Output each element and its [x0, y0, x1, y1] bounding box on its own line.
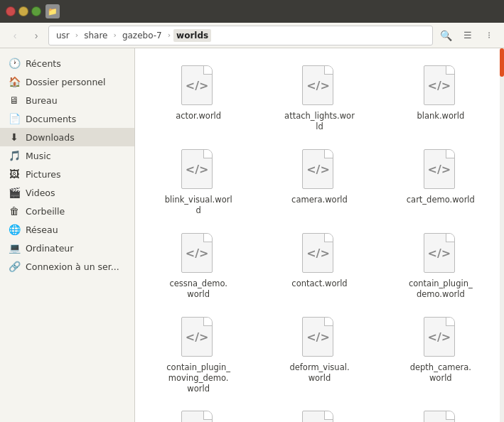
content-area: </> actor.world </> attach_lights.world …: [135, 48, 504, 422]
file-icon: </>: [181, 149, 215, 192]
sidebar-section-places: 🕐Récents🏠Dossier personnel🖥Bureau📄Docume…: [0, 54, 134, 276]
file-icon: </>: [302, 317, 336, 359]
file-icon: </>: [424, 411, 458, 422]
breadcrumb-usr[interactable]: usr: [53, 29, 73, 42]
sidebar-item-connect[interactable]: 🔗Connexion à un ser...: [0, 257, 134, 276]
file-item[interactable]: </> empty.world: [262, 405, 377, 422]
xml-icon: </>: [186, 162, 209, 175]
xml-icon: </>: [186, 246, 209, 259]
sidebar-item-recents[interactable]: 🕐Récents: [0, 54, 134, 72]
file-icon: </>: [181, 65, 215, 108]
scrollbar-thumb[interactable]: [500, 48, 504, 77]
trash-icon: 🗑: [9, 205, 20, 217]
file-label: cart_demo.world: [407, 195, 475, 205]
list-view-button[interactable]: ☰: [459, 26, 477, 45]
close-button[interactable]: [6, 6, 16, 16]
sidebar-item-desktop[interactable]: 🖥Bureau: [0, 91, 134, 109]
xml-icon: </>: [427, 162, 451, 175]
list-view-icon: ☰: [463, 30, 472, 40]
sidebar-item-label-videos: Videos: [26, 188, 55, 198]
xml-icon: </>: [306, 162, 330, 175]
file-grid: </> actor.world </> attach_lights.world …: [135, 48, 504, 422]
breadcrumb-gazebo[interactable]: gazebo-7: [119, 29, 165, 42]
file-label: contain_plugin_demo.world: [409, 278, 473, 300]
file-icon: </>: [424, 317, 458, 359]
pictures-icon: 🖼: [9, 168, 20, 180]
sidebar-item-pictures[interactable]: 🖼Pictures: [0, 165, 134, 183]
file-label: blink_visual.world: [163, 195, 234, 216]
sidebar-item-label-desktop: Bureau: [26, 95, 58, 106]
xml-icon: </>: [186, 330, 209, 343]
forward-button[interactable]: ›: [27, 26, 45, 45]
file-item[interactable]: </> contact.world: [262, 227, 377, 305]
documents-icon: 📄: [9, 113, 20, 124]
file-label: camera.world: [291, 195, 348, 205]
file-item[interactable]: </> contain_plugin_demo.world: [383, 227, 498, 305]
file-item[interactable]: </> attach_lights.world: [262, 60, 377, 138]
xml-icon: </>: [306, 246, 330, 259]
file-item[interactable]: </> empty_1_0.world: [383, 405, 498, 422]
downloads-icon: ⬇: [9, 131, 20, 143]
file-label: actor.world: [176, 111, 221, 121]
sidebar-item-downloads[interactable]: ⬇Downloads: [0, 128, 134, 146]
sidebar: 🕐Récents🏠Dossier personnel🖥Bureau📄Docume…: [0, 48, 135, 422]
file-label: depth_camera.world: [410, 362, 471, 384]
minimize-button[interactable]: [18, 6, 28, 16]
videos-icon: 🎬: [9, 187, 20, 198]
file-icon: </>: [424, 65, 458, 108]
connect-icon: 🔗: [9, 261, 20, 272]
sidebar-item-label-downloads: Downloads: [26, 132, 75, 143]
file-item[interactable]: </> deform_visual.world: [262, 311, 377, 400]
sidebar-item-documents[interactable]: 📄Documents: [0, 109, 134, 128]
grid-view-button[interactable]: ⁝: [480, 26, 498, 45]
file-label: attach_lights.world: [284, 111, 355, 132]
file-item[interactable]: </> depth_camera.world: [383, 311, 498, 400]
file-item[interactable]: </> elevator.world: [141, 405, 256, 422]
search-button[interactable]: 🔍: [436, 26, 456, 45]
window-controls[interactable]: [6, 6, 41, 16]
breadcrumb-worlds[interactable]: worlds: [173, 29, 211, 42]
file-item[interactable]: </> blink_visual.world: [141, 144, 256, 222]
sidebar-item-home[interactable]: 🏠Dossier personnel: [0, 72, 134, 91]
grid-view-icon: ⁝: [488, 30, 490, 40]
file-label: cessna_demo.world: [169, 278, 227, 300]
file-icon: </>: [302, 233, 336, 276]
search-icon: 🔍: [440, 30, 452, 41]
back-button[interactable]: ‹: [6, 26, 24, 45]
main-layout: 🕐Récents🏠Dossier personnel🖥Bureau📄Docume…: [0, 48, 504, 422]
xml-icon: </>: [427, 79, 451, 92]
back-icon: ‹: [14, 30, 17, 41]
file-item[interactable]: </> cessna_demo.world: [141, 227, 256, 305]
sidebar-item-music[interactable]: 🎵Music: [0, 146, 134, 165]
forward-icon: ›: [35, 30, 38, 41]
file-icon: </>: [181, 233, 215, 276]
sidebar-item-computer[interactable]: 💻Ordinateur: [0, 239, 134, 257]
file-icon: </>: [181, 411, 215, 422]
file-label: contain_plugin_moving_demo.world: [166, 362, 230, 394]
file-item[interactable]: </> cart_demo.world: [383, 144, 498, 222]
file-icon: </>: [181, 317, 215, 359]
maximize-button[interactable]: [31, 6, 41, 16]
sidebar-item-trash[interactable]: 🗑Corbeille: [0, 202, 134, 220]
sidebar-item-label-documents: Documents: [26, 114, 76, 124]
sidebar-item-label-network: Réseau: [26, 224, 58, 235]
file-item[interactable]: </> contain_plugin_moving_demo.world: [141, 311, 256, 400]
file-label: deform_visual.world: [289, 362, 349, 384]
toolbar: ‹ › usr › share › gazebo-7 › worlds 🔍 ☰ …: [0, 23, 504, 48]
file-item[interactable]: </> blank.world: [383, 60, 498, 138]
sidebar-item-label-pictures: Pictures: [26, 169, 61, 180]
file-label: blank.world: [417, 111, 464, 121]
file-icon: </>: [424, 233, 458, 276]
breadcrumb: usr › share › gazebo-7 › worlds: [48, 26, 433, 45]
sidebar-item-label-connect: Connexion à un ser...: [26, 261, 119, 272]
file-item[interactable]: </> actor.world: [141, 60, 256, 138]
breadcrumb-share[interactable]: share: [81, 29, 110, 42]
home-icon: 🏠: [9, 76, 20, 87]
sidebar-item-videos[interactable]: 🎬Videos: [0, 183, 134, 202]
file-item[interactable]: </> camera.world: [262, 144, 377, 222]
sidebar-item-network[interactable]: 🌐Réseau: [0, 220, 134, 239]
xml-icon: </>: [186, 79, 209, 92]
titlebar: 📁: [0, 0, 504, 23]
network-icon: 🌐: [9, 224, 20, 235]
scrollbar[interactable]: [500, 48, 504, 422]
